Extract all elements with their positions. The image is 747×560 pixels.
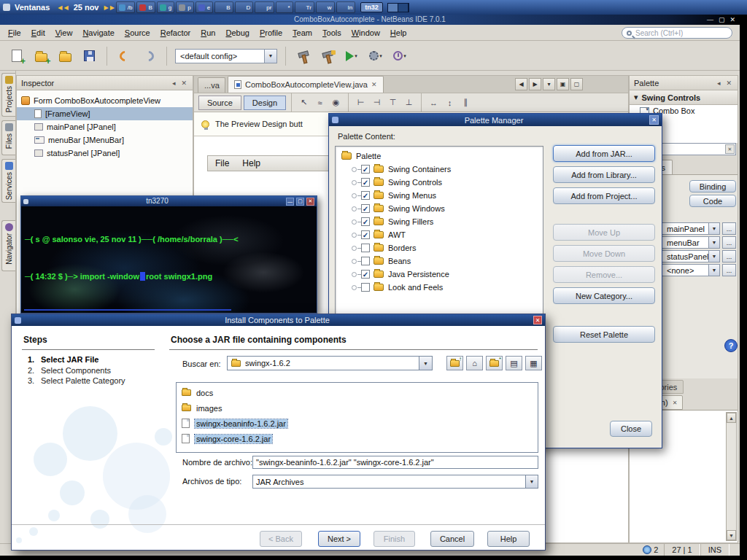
checkbox[interactable]: [361, 283, 370, 292]
tree-node-category[interactable]: Borders: [336, 241, 543, 254]
move-up-button[interactable]: Move Up: [553, 224, 655, 241]
new-file-button[interactable]: [7, 47, 26, 66]
chevron-down-icon[interactable]: ▼: [419, 357, 432, 370]
checkbox[interactable]: ✓: [361, 191, 370, 200]
config-select[interactable]: <default config> ▼: [175, 49, 277, 63]
output-scrollbar[interactable]: ▲ ▼: [726, 412, 737, 541]
pin-icon[interactable]: ◂: [171, 79, 177, 87]
menu-run[interactable]: Run: [196, 26, 220, 39]
scroll-up-icon[interactable]: ▲: [727, 413, 736, 423]
minimize-icon[interactable]: —: [286, 198, 294, 206]
connection-mode-icon[interactable]: ≈: [313, 96, 327, 109]
file-list[interactable]: docs images swingx-beaninfo-1.6.2.jar sw…: [176, 382, 538, 453]
menu-source[interactable]: Source: [120, 26, 155, 39]
close-icon[interactable]: ✕: [649, 115, 659, 125]
tree-node-category[interactable]: ✓Swing Fillers: [336, 215, 543, 228]
checkbox[interactable]: [361, 244, 370, 252]
window-title-bar[interactable]: ComboBoxAutocomplete - NetBeans IDE 7.0.…: [0, 15, 740, 25]
debug-button[interactable]: ▾: [366, 47, 385, 66]
taskbar-window-button[interactable]: w: [316, 1, 335, 13]
help-button[interactable]: Help: [487, 531, 530, 547]
cancel-button[interactable]: Cancel: [430, 531, 474, 547]
expand-handle-icon[interactable]: [352, 193, 357, 198]
align-right-icon[interactable]: ⊣: [370, 96, 384, 109]
align-bottom-icon[interactable]: ⊥: [402, 96, 416, 109]
property-editor-button[interactable]: ...: [722, 236, 736, 249]
tree-node-palette-root[interactable]: Palette: [336, 149, 543, 163]
tree-node-category[interactable]: ✓Swing Windows: [336, 202, 543, 215]
dialog-title-bar[interactable]: Palette Manager ✕: [329, 114, 662, 126]
expand-handle-icon[interactable]: [352, 259, 357, 264]
selection-mode-icon[interactable]: ↖: [297, 96, 311, 109]
chevron-down-icon[interactable]: ▼: [708, 265, 719, 276]
chevron-down-icon[interactable]: ▼: [525, 475, 538, 488]
menu-view[interactable]: View: [50, 26, 78, 39]
redo-button[interactable]: [139, 47, 158, 66]
close-icon[interactable]: ✕: [306, 198, 314, 206]
tree-node-category[interactable]: ✓Swing Containers: [336, 163, 543, 176]
menu-team[interactable]: Team: [287, 26, 317, 39]
float-window-icon[interactable]: ▣: [557, 78, 569, 90]
date-prev-icon[interactable]: ◀: [63, 4, 69, 11]
file-row-core-jar[interactable]: swingx-core-1.6.2.jar: [177, 431, 538, 446]
move-down-button[interactable]: Move Down: [553, 245, 655, 262]
date-prev-icon[interactable]: ◀: [57, 4, 63, 11]
new-category-button[interactable]: New Category...: [553, 287, 655, 304]
taskbar-active-window-tn3270[interactable]: tn32: [360, 2, 383, 12]
menu-window[interactable]: Window: [347, 26, 385, 39]
new-project-button[interactable]: [31, 47, 50, 66]
tree-node-frameview[interactable]: [FrameView]: [17, 107, 193, 120]
taskbar-window-button[interactable]: Tr: [295, 1, 314, 13]
open-project-button[interactable]: [55, 47, 74, 66]
terminal-title-bar[interactable]: tn3270 — ▢ ✕: [21, 196, 317, 206]
file-row-docs[interactable]: docs: [177, 385, 538, 400]
checkbox[interactable]: ✓: [361, 178, 370, 187]
new-folder-button[interactable]: *: [486, 356, 503, 370]
chevron-down-icon[interactable]: ▼: [708, 251, 719, 262]
expand-handle-icon[interactable]: [352, 246, 357, 251]
expand-handle-icon[interactable]: [352, 285, 357, 290]
file-row-beaninfo-jar[interactable]: swingx-beaninfo-1.6.2.jar: [177, 416, 538, 431]
look-in-select[interactable]: swingx-1.6.2 ▼: [227, 356, 433, 370]
tree-node-category[interactable]: Look and Feels: [336, 281, 543, 294]
preview-design-icon[interactable]: ◉: [329, 96, 343, 109]
taskbar-window-button[interactable]: B: [214, 1, 233, 13]
workspace-pager[interactable]: [387, 3, 409, 12]
sidebar-tab-navigator[interactable]: Navigator: [1, 220, 15, 271]
taskbar-app-icon[interactable]: [3, 4, 10, 11]
taskbar-window-button[interactable]: B: [136, 1, 155, 13]
back-button[interactable]: < Back: [260, 531, 302, 547]
property-editor-button[interactable]: ...: [722, 264, 736, 276]
close-button[interactable]: Close: [610, 421, 652, 437]
align-left-icon[interactable]: ⊢: [354, 96, 368, 109]
terminal-output[interactable]: ─( s @ salonso vie, 25 nov 11 )──( /home…: [21, 206, 317, 313]
chevron-down-icon[interactable]: ▾: [403, 53, 406, 59]
expand-handle-icon[interactable]: [352, 233, 357, 238]
file-type-select[interactable]: JAR Archives ▼: [252, 475, 538, 489]
checkbox[interactable]: ✓: [361, 165, 370, 174]
date-next-icon[interactable]: ▶: [109, 4, 115, 11]
preview-menu-help[interactable]: Help: [242, 158, 260, 168]
add-from-jar-button[interactable]: Add from JAR...: [553, 145, 655, 162]
workspace-1[interactable]: [388, 4, 398, 12]
taskbar-window-button[interactable]: D: [235, 1, 254, 13]
design-toggle-button[interactable]: Design: [244, 96, 286, 110]
align-top-icon[interactable]: ⊤: [386, 96, 400, 109]
maximize-window-icon[interactable]: ▢: [570, 78, 583, 90]
chevron-down-icon[interactable]: ▾: [379, 53, 382, 59]
add-from-library-button[interactable]: Add from Library...: [553, 166, 655, 183]
tree-node-menubar[interactable]: menuBar [JMenuBar]: [17, 133, 193, 147]
scroll-down-icon[interactable]: ▼: [727, 530, 736, 540]
expand-handle-icon[interactable]: [352, 219, 357, 225]
expand-handle-icon[interactable]: [352, 272, 357, 277]
taskbar-window-button[interactable]: pr: [255, 1, 274, 13]
sidebar-tab-services[interactable]: Services: [1, 159, 15, 203]
chevron-down-icon[interactable]: ▼: [264, 50, 276, 63]
tree-node-category[interactable]: ✓AWT: [336, 228, 543, 241]
tree-node-category[interactable]: Beans: [336, 254, 543, 268]
file-name-input[interactable]: "swingx-beaninfo-1.6.2.jar" "swingx-core…: [252, 456, 538, 469]
menu-edit[interactable]: Edit: [26, 26, 50, 39]
editor-tab-partial[interactable]: ...va: [198, 77, 225, 93]
tree-node-mainpanel[interactable]: mainPanel [JPanel]: [17, 120, 193, 133]
file-row-images[interactable]: images: [177, 400, 538, 416]
